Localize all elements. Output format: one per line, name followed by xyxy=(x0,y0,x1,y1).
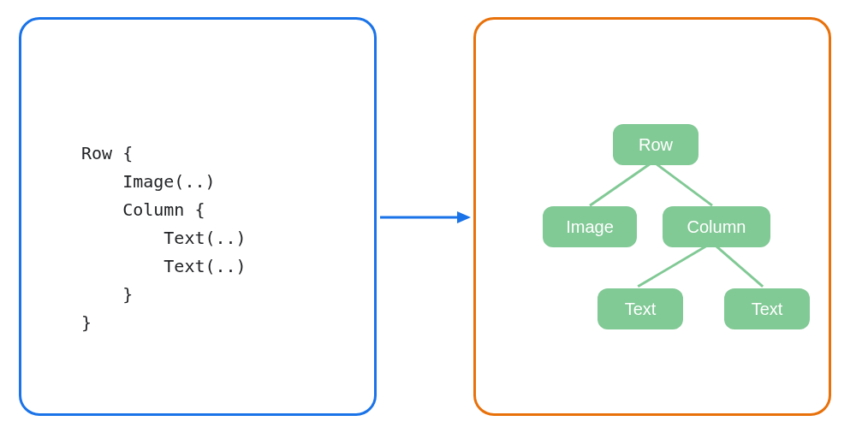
tree-panel: Row Image Column Text Text xyxy=(473,17,831,416)
tree-edges xyxy=(476,20,829,413)
svg-line-5 xyxy=(712,243,763,287)
code-block: Row { Image(..) Column { Text(..) Text(.… xyxy=(81,139,247,337)
arrow-icon xyxy=(378,209,473,226)
svg-line-4 xyxy=(638,243,712,287)
code-panel: Row { Image(..) Column { Text(..) Text(.… xyxy=(19,17,377,416)
tree-node-row: Row xyxy=(613,124,699,165)
svg-marker-1 xyxy=(457,211,471,223)
tree-node-text-2: Text xyxy=(724,288,810,329)
tree-node-column: Column xyxy=(663,206,770,247)
tree-node-text-1: Text xyxy=(597,288,683,329)
tree-node-image: Image xyxy=(543,206,637,247)
svg-line-3 xyxy=(653,162,712,205)
svg-line-2 xyxy=(590,162,653,205)
